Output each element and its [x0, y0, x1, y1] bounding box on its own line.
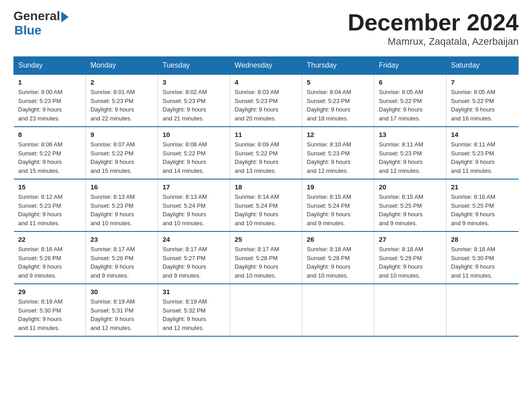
day-number: 4 — [235, 78, 297, 86]
location: Mamrux, Zaqatala, Azerbaijan — [348, 36, 519, 47]
calendar-cell: 16Sunrise: 8:13 AMSunset: 5:23 PMDayligh… — [86, 179, 158, 231]
day-number: 6 — [379, 78, 442, 86]
calendar-cell: 14Sunrise: 8:11 AMSunset: 5:23 PMDayligh… — [446, 127, 519, 179]
calendar-cell: 5Sunrise: 8:04 AMSunset: 5:23 PMDaylight… — [302, 74, 374, 127]
calendar-cell: 20Sunrise: 8:15 AMSunset: 5:25 PMDayligh… — [374, 179, 446, 231]
calendar-week-row: 8Sunrise: 8:06 AMSunset: 5:22 PMDaylight… — [14, 127, 519, 179]
day-info: Sunrise: 8:01 AMSunset: 5:23 PMDaylight:… — [90, 88, 153, 123]
day-info: Sunrise: 8:18 AMSunset: 5:28 PMDaylight:… — [307, 245, 369, 280]
day-number: 27 — [379, 235, 442, 243]
calendar-week-row: 22Sunrise: 8:16 AMSunset: 5:26 PMDayligh… — [14, 231, 519, 284]
calendar-cell: 24Sunrise: 8:17 AMSunset: 5:27 PMDayligh… — [158, 231, 230, 284]
calendar-cell: 31Sunrise: 8:19 AMSunset: 5:32 PMDayligh… — [158, 284, 230, 336]
day-number: 1 — [18, 78, 82, 86]
day-info: Sunrise: 8:04 AMSunset: 5:23 PMDaylight:… — [307, 88, 369, 123]
day-info: Sunrise: 8:13 AMSunset: 5:24 PMDaylight:… — [163, 193, 225, 227]
day-info: Sunrise: 8:05 AMSunset: 5:22 PMDaylight:… — [379, 88, 442, 123]
day-info: Sunrise: 8:09 AMSunset: 5:22 PMDaylight:… — [235, 140, 297, 175]
day-number: 23 — [90, 235, 153, 243]
header-friday: Friday — [374, 57, 446, 75]
calendar-week-row: 29Sunrise: 8:19 AMSunset: 5:30 PMDayligh… — [14, 284, 519, 336]
calendar-cell: 8Sunrise: 8:06 AMSunset: 5:22 PMDaylight… — [14, 127, 86, 179]
page-header: General Blue December 2024 Mamrux, Zaqat… — [13, 9, 519, 47]
day-info: Sunrise: 8:10 AMSunset: 5:23 PMDaylight:… — [307, 140, 369, 175]
day-number: 5 — [307, 78, 369, 86]
day-number: 18 — [235, 183, 297, 191]
day-info: Sunrise: 8:11 AMSunset: 5:23 PMDaylight:… — [379, 140, 442, 175]
header-sunday: Sunday — [14, 57, 86, 75]
day-number: 13 — [379, 131, 442, 138]
day-number: 9 — [90, 131, 153, 138]
calendar-header-row: SundayMondayTuesdayWednesdayThursdayFrid… — [14, 57, 519, 75]
day-info: Sunrise: 8:17 AMSunset: 5:28 PMDaylight:… — [235, 245, 297, 280]
day-info: Sunrise: 8:19 AMSunset: 5:32 PMDaylight:… — [163, 297, 225, 332]
day-info: Sunrise: 8:12 AMSunset: 5:23 PMDaylight:… — [18, 193, 82, 227]
calendar-cell: 26Sunrise: 8:18 AMSunset: 5:28 PMDayligh… — [302, 231, 374, 284]
calendar-cell — [446, 284, 519, 336]
calendar-cell: 7Sunrise: 8:05 AMSunset: 5:22 PMDaylight… — [446, 74, 519, 127]
calendar-week-row: 1Sunrise: 8:00 AMSunset: 5:23 PMDaylight… — [14, 74, 519, 127]
header-thursday: Thursday — [302, 57, 374, 75]
day-info: Sunrise: 8:07 AMSunset: 5:22 PMDaylight:… — [90, 140, 153, 175]
day-number: 26 — [307, 235, 369, 243]
calendar-cell: 27Sunrise: 8:18 AMSunset: 5:29 PMDayligh… — [374, 231, 446, 284]
day-number: 3 — [163, 78, 225, 86]
day-info: Sunrise: 8:17 AMSunset: 5:27 PMDaylight:… — [163, 245, 225, 280]
calendar-cell: 18Sunrise: 8:14 AMSunset: 5:24 PMDayligh… — [230, 179, 302, 231]
day-number: 21 — [451, 183, 514, 191]
calendar-cell — [374, 284, 446, 336]
day-info: Sunrise: 8:18 AMSunset: 5:30 PMDaylight:… — [451, 245, 514, 280]
day-info: Sunrise: 8:05 AMSunset: 5:22 PMDaylight:… — [451, 88, 514, 123]
day-number: 14 — [451, 131, 514, 138]
day-number: 25 — [235, 235, 297, 243]
calendar-cell: 6Sunrise: 8:05 AMSunset: 5:22 PMDaylight… — [374, 74, 446, 127]
day-number: 29 — [18, 288, 82, 295]
calendar-cell: 23Sunrise: 8:17 AMSunset: 5:26 PMDayligh… — [86, 231, 158, 284]
header-wednesday: Wednesday — [230, 57, 302, 75]
logo-blue-text: Blue — [14, 23, 42, 38]
calendar-cell: 13Sunrise: 8:11 AMSunset: 5:23 PMDayligh… — [374, 127, 446, 179]
calendar-cell: 2Sunrise: 8:01 AMSunset: 5:23 PMDaylight… — [86, 74, 158, 127]
calendar-cell — [302, 284, 374, 336]
calendar-cell: 1Sunrise: 8:00 AMSunset: 5:23 PMDaylight… — [14, 74, 86, 127]
day-number: 19 — [307, 183, 369, 191]
calendar-cell: 28Sunrise: 8:18 AMSunset: 5:30 PMDayligh… — [446, 231, 519, 284]
day-info: Sunrise: 8:00 AMSunset: 5:23 PMDaylight:… — [18, 88, 82, 123]
day-number: 16 — [90, 183, 153, 191]
day-info: Sunrise: 8:14 AMSunset: 5:24 PMDaylight:… — [235, 193, 297, 227]
logo-arrow-icon — [61, 12, 69, 22]
calendar-cell: 15Sunrise: 8:12 AMSunset: 5:23 PMDayligh… — [14, 179, 86, 231]
day-number: 15 — [18, 183, 82, 191]
day-number: 7 — [451, 78, 514, 86]
day-number: 10 — [163, 131, 225, 138]
day-info: Sunrise: 8:18 AMSunset: 5:29 PMDaylight:… — [379, 245, 442, 280]
logo-general-text: General — [13, 9, 60, 23]
calendar-cell: 12Sunrise: 8:10 AMSunset: 5:23 PMDayligh… — [302, 127, 374, 179]
calendar-cell: 22Sunrise: 8:16 AMSunset: 5:26 PMDayligh… — [14, 231, 86, 284]
calendar-cell: 19Sunrise: 8:15 AMSunset: 5:24 PMDayligh… — [302, 179, 374, 231]
day-info: Sunrise: 8:15 AMSunset: 5:24 PMDaylight:… — [307, 193, 369, 227]
calendar-cell: 4Sunrise: 8:03 AMSunset: 5:23 PMDaylight… — [230, 74, 302, 127]
day-number: 30 — [90, 288, 153, 295]
calendar-cell: 25Sunrise: 8:17 AMSunset: 5:28 PMDayligh… — [230, 231, 302, 284]
day-number: 12 — [307, 131, 369, 138]
day-info: Sunrise: 8:16 AMSunset: 5:25 PMDaylight:… — [451, 193, 514, 227]
calendar-cell: 3Sunrise: 8:02 AMSunset: 5:23 PMDaylight… — [158, 74, 230, 127]
day-number: 22 — [18, 235, 82, 243]
day-info: Sunrise: 8:02 AMSunset: 5:23 PMDaylight:… — [163, 88, 225, 123]
day-number: 20 — [379, 183, 442, 191]
day-number: 24 — [163, 235, 225, 243]
calendar-cell: 29Sunrise: 8:19 AMSunset: 5:30 PMDayligh… — [14, 284, 86, 336]
day-info: Sunrise: 8:19 AMSunset: 5:31 PMDaylight:… — [90, 297, 153, 332]
logo: General Blue — [13, 9, 69, 38]
day-number: 17 — [163, 183, 225, 191]
day-info: Sunrise: 8:08 AMSunset: 5:22 PMDaylight:… — [163, 140, 225, 175]
calendar-cell: 21Sunrise: 8:16 AMSunset: 5:25 PMDayligh… — [446, 179, 519, 231]
day-info: Sunrise: 8:13 AMSunset: 5:23 PMDaylight:… — [90, 193, 153, 227]
header-tuesday: Tuesday — [158, 57, 230, 75]
day-number: 2 — [90, 78, 153, 86]
day-info: Sunrise: 8:15 AMSunset: 5:25 PMDaylight:… — [379, 193, 442, 227]
month-title: December 2024 — [348, 9, 519, 36]
day-number: 11 — [235, 131, 297, 138]
calendar-cell: 9Sunrise: 8:07 AMSunset: 5:22 PMDaylight… — [86, 127, 158, 179]
